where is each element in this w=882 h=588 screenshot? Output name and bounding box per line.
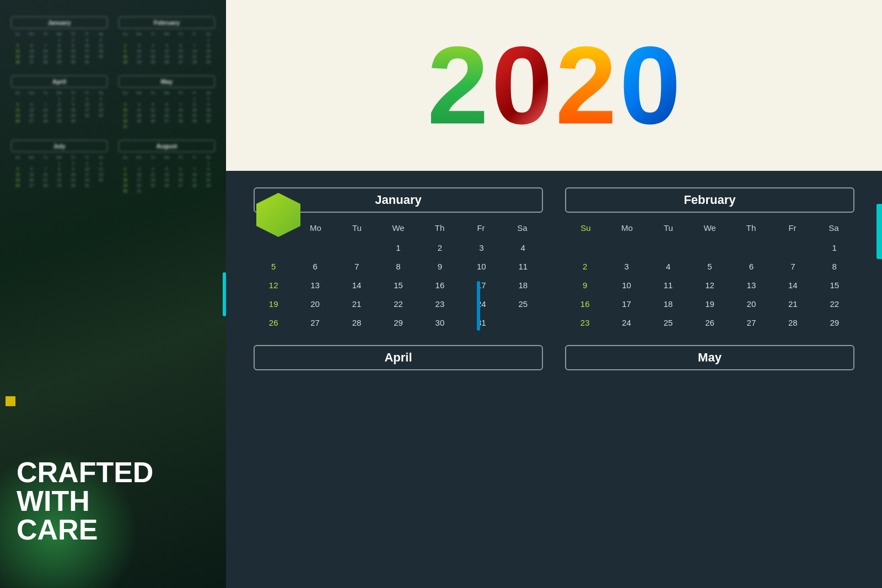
day-cell: 23 [565, 314, 605, 331]
jan-header-we: We [378, 221, 419, 235]
day-cell: 12 [254, 277, 293, 294]
hexagon-shape [256, 193, 300, 237]
february-days-grid: 1 2 3 4 5 6 7 8 9 10 11 12 13 14 15 16 1 [565, 239, 854, 331]
day-cell: 6 [295, 258, 335, 275]
yellow-square-decoration [6, 396, 15, 406]
mini-month-january: January SuMoTuWeThFrSa 1234 567891011 12… [11, 17, 107, 64]
day-cell: 1 [815, 239, 854, 256]
day-cell: 17 [461, 277, 501, 294]
day-cell: 6 [732, 258, 771, 275]
mini-month-february: February SuMoTuWeThFrSa 1 2345678 910111… [119, 17, 215, 64]
day-cell: 23 [420, 295, 460, 312]
day-cell: 3 [606, 258, 646, 275]
feb-header-we: We [689, 221, 730, 235]
day-cell [648, 239, 688, 256]
right-panel: 2 0 2 0 January Su Mo Tu We Th [226, 0, 882, 588]
mini-month-july: July SuMoTuWeThFrSa 1234 567891011 12131… [11, 140, 107, 193]
bottom-months-row: April May [254, 345, 854, 370]
day-cell [732, 239, 771, 256]
day-cell: 7 [337, 258, 377, 275]
digit-0-first: 0 [491, 30, 552, 141]
jan-header-th: Th [419, 221, 460, 235]
care-line: CARE [17, 515, 153, 544]
day-cell: 31 [461, 314, 501, 331]
day-cell: 5 [690, 258, 729, 275]
feb-header-tu: Tu [648, 221, 689, 235]
feb-header-su: Su [565, 221, 606, 235]
day-cell: 26 [254, 314, 293, 331]
day-cell [295, 239, 335, 256]
day-cell: 22 [378, 295, 418, 312]
mini-month-august: August SuMoTuWeThFrSa 1 2345678 91011121… [119, 140, 215, 193]
day-cell: 21 [773, 295, 813, 312]
jan-header-mo: Mo [295, 221, 336, 235]
crafted-with-care-text: CRAFTED WITH CARE [17, 458, 153, 544]
january-title: January [375, 193, 421, 207]
day-cell: 8 [815, 258, 854, 275]
mini-calendar-grid: January SuMoTuWeThFrSa 1234 567891011 12… [0, 0, 226, 210]
left-panel: January SuMoTuWeThFrSa 1234 567891011 12… [0, 0, 226, 588]
teal-right-accent-bar [876, 204, 882, 259]
day-cell [337, 239, 377, 256]
day-cell: 18 [648, 295, 688, 312]
hexagon-decoration [256, 193, 300, 242]
day-cell: 15 [378, 277, 418, 294]
day-cell: 24 [461, 295, 501, 312]
blue-accent-bar [477, 281, 480, 331]
day-cell: 3 [461, 239, 501, 256]
day-cell: 2 [565, 258, 605, 275]
day-cell: 7 [773, 258, 813, 275]
day-cell: 24 [606, 314, 646, 331]
day-cell: 27 [295, 314, 335, 331]
day-cell: 4 [648, 258, 688, 275]
mini-month-title-january: January [11, 17, 107, 29]
day-cell: 26 [690, 314, 729, 331]
day-cell: 13 [732, 277, 771, 294]
february-title: February [684, 193, 735, 207]
february-title-box: February [565, 187, 854, 213]
day-cell: 16 [565, 295, 605, 312]
day-cell: 1 [378, 239, 418, 256]
calendar-february: February Su Mo Tu We Th Fr Sa [565, 187, 854, 331]
mini-month-april: April SuMoTuWeThFrSa 1234 567891011 1213… [11, 75, 107, 129]
day-cell: 12 [690, 277, 729, 294]
day-cell: 5 [254, 258, 293, 275]
day-cell: 19 [254, 295, 293, 312]
day-cell: 15 [815, 277, 854, 294]
day-cell [606, 239, 646, 256]
mini-month-title-july: July [11, 140, 107, 152]
day-cell: 21 [337, 295, 377, 312]
jan-header-tu: Tu [336, 221, 378, 235]
digit-2-second: 2 [556, 30, 617, 141]
day-cell: 22 [815, 295, 854, 312]
may-title: May [698, 350, 722, 364]
mini-month-title-august: August [119, 140, 215, 152]
day-cell: 29 [378, 314, 418, 331]
day-cell: 9 [420, 258, 460, 275]
february-days-header: Su Mo Tu We Th Fr Sa [565, 221, 854, 235]
day-cell: 4 [503, 239, 543, 256]
digit-0-second: 0 [620, 30, 681, 141]
day-cell: 28 [337, 314, 377, 331]
main-calendars-grid: January Su Mo Tu We Th Fr Sa 1 2 [254, 187, 854, 331]
day-cell: 25 [503, 295, 543, 312]
feb-header-th: Th [730, 221, 772, 235]
day-cell: 11 [648, 277, 688, 294]
day-cell: 28 [773, 314, 813, 331]
day-cell: 14 [337, 277, 377, 294]
year-2020-display: 2 0 2 0 [427, 30, 681, 141]
day-cell [690, 239, 729, 256]
day-cell: 10 [606, 277, 646, 294]
day-cell: 25 [648, 314, 688, 331]
april-title: April [384, 350, 412, 364]
day-cell: 19 [690, 295, 729, 312]
day-cell: 20 [732, 295, 771, 312]
day-cell: 20 [295, 295, 335, 312]
day-cell: 17 [606, 295, 646, 312]
may-title-box: May [565, 345, 854, 370]
day-cell: 9 [565, 277, 605, 294]
day-cell: 8 [378, 258, 418, 275]
calendar-section: January Su Mo Tu We Th Fr Sa 1 2 [226, 171, 882, 588]
mini-month-title-may: May [119, 75, 215, 88]
day-cell: 2 [420, 239, 460, 256]
